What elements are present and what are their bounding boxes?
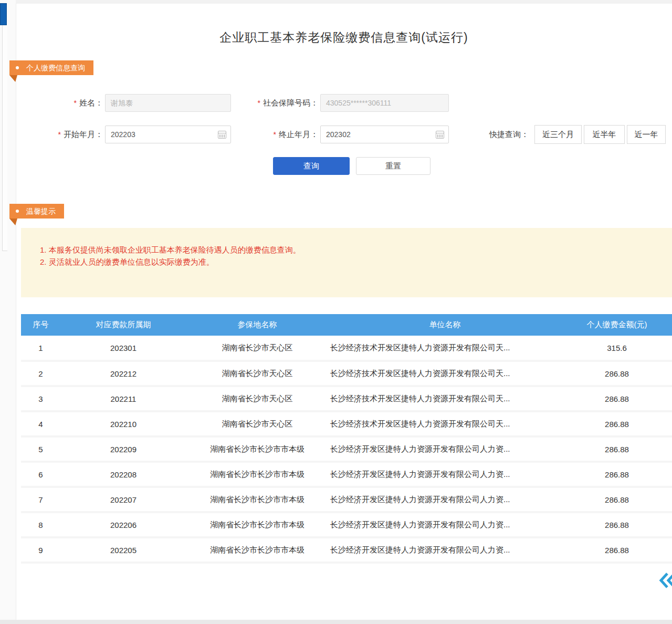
table-cell: 湖南省长沙市长沙市市本级 [186,462,328,487]
table-cell: 8 [21,512,60,537]
end-month-label: *终止年月： [220,126,318,143]
page-title: 企业职工基本养老保险缴费信息查询(试运行) [16,29,672,46]
notice-lines: 1. 本服务仅提供尚未领取企业职工基本养老保险待遇人员的缴费信息查询。 2. 灵… [40,244,301,268]
start-month-label: *开始年月： [32,126,103,143]
table-cell: 湖南省长沙市天心区 [186,386,328,411]
column-header: 单位名称 [328,314,562,336]
quick-query-label: 快捷查询： [489,125,529,144]
quick-btn-last-3-months[interactable]: 近三个月 [534,125,582,144]
table-cell: 长沙经济开发区捷特人力资源开发有限公司人力资... [328,537,562,563]
column-header: 个人缴费金额(元) [562,314,672,336]
table-row: 9202205湖南省长沙市长沙市市本级长沙经济开发区捷特人力资源开发有限公司人力… [21,537,672,563]
table-cell: 长沙经济技术开发区捷特人力资源开发有限公司天... [328,361,562,386]
section-badge-query: 个人缴费信息查询 [9,60,93,75]
table-cell: 湖南省长沙市长沙市市本级 [186,537,328,563]
collapsed-sidebar-outline [2,7,7,251]
section-badge-query-label: 个人缴费信息查询 [26,60,85,75]
required-asterisk: * [74,99,77,107]
sidebar-tab[interactable] [0,3,7,25]
table-cell: 202207 [60,487,186,512]
table-row: 6202208湖南省长沙市长沙市市本级长沙经济开发区捷特人力资源开发有限公司人力… [21,462,672,487]
notice-line: 1. 本服务仅提供尚未领取企业职工基本养老保险待遇人员的缴费信息查询。 [40,244,301,256]
table-cell: 202209 [60,436,186,462]
table-cell: 286.88 [562,537,672,563]
quick-btn-last-half-year[interactable]: 近半年 [584,125,625,144]
table-cell: 202205 [60,537,186,563]
table-cell: 湖南省长沙市长沙市市本级 [186,436,328,462]
table-cell: 286.88 [562,361,672,386]
table-cell: 202211 [60,386,186,411]
table-cell: 1 [21,336,60,361]
table-cell: 长沙经济技术开发区捷特人力资源开发有限公司天... [328,386,562,411]
table-row: 8202206湖南省长沙市长沙市市本级长沙经济开发区捷特人力资源开发有限公司人力… [21,512,672,537]
table-row: 3202211湖南省长沙市天心区长沙经济技术开发区捷特人力资源开发有限公司天..… [21,386,672,411]
start-month-value: 202203 [111,130,135,139]
table-cell: 湖南省长沙市天心区 [186,361,328,386]
table-row: 1202301湖南省长沙市天心区长沙经济技术开发区捷特人力资源开发有限公司天..… [21,336,672,361]
table-cell: 286.88 [562,462,672,487]
table-row: 2202212湖南省长沙市天心区长沙经济技术开发区捷特人力资源开发有限公司天..… [21,361,672,386]
table-header-row: 序号对应费款所属期参保地名称单位名称个人缴费金额(元) [21,314,672,336]
table-cell: 湖南省长沙市长沙市市本级 [186,512,328,537]
table-cell: 286.88 [562,512,672,537]
table-row: 5202209湖南省长沙市长沙市市本级长沙经济开发区捷特人力资源开发有限公司人力… [21,436,672,462]
table-cell: 长沙经济技术开发区捷特人力资源开发有限公司天... [328,411,562,436]
required-asterisk: * [258,99,260,107]
table-row: 4202210湖南省长沙市天心区长沙经济技术开发区捷特人力资源开发有限公司天..… [21,411,672,436]
table-cell: 315.6 [562,336,672,361]
table-cell: 长沙经济开发区捷特人力资源开发有限公司人力资... [328,512,562,537]
table-cell: 202206 [60,512,186,537]
ssn-field[interactable]: 430525******306111 [320,94,449,112]
end-month-field[interactable]: 202302 [320,126,449,143]
table-cell: 7 [21,487,60,512]
column-header: 序号 [21,314,60,336]
notice-box: 1. 本服务仅提供尚未领取企业职工基本养老保险待遇人员的缴费信息查询。 2. 灵… [21,228,672,297]
table-cell: 286.88 [562,386,672,411]
table-cell: 湖南省长沙市天心区 [186,336,328,361]
query-button[interactable]: 查询 [273,157,350,175]
bottom-strip [0,620,672,624]
table-cell: 长沙经济开发区捷特人力资源开发有限公司人力资... [328,436,562,462]
column-header: 对应费款所属期 [60,314,186,336]
name-field-value: 谢旭泰 [111,99,133,107]
start-month-field[interactable]: 202203 [105,126,231,143]
section-badge-tips-label: 温馨提示 [26,204,56,219]
ssn-label: *社会保障号码： [220,94,318,112]
section-badge-tips: 温馨提示 [9,204,64,219]
required-asterisk: * [274,130,276,139]
table-cell: 286.88 [562,436,672,462]
table-cell: 4 [21,411,60,436]
double-left-chevron-icon[interactable] [658,570,672,591]
table-cell: 5 [21,436,60,462]
notice-line: 2. 灵活就业人员的缴费单位信息以实际缴费为准。 [40,256,301,268]
name-label: *姓名： [32,94,103,112]
table-cell: 202208 [60,462,186,487]
badge-dot-icon [16,210,19,213]
table-cell: 湖南省长沙市长沙市市本级 [186,487,328,512]
table-cell: 湖南省长沙市天心区 [186,411,328,436]
table-cell: 长沙经济技术开发区捷特人力资源开发有限公司天... [328,336,562,361]
table-cell: 9 [21,537,60,563]
table-cell: 3 [21,386,60,411]
table-cell: 202301 [60,336,186,361]
quick-btn-last-year[interactable]: 近一年 [627,125,666,144]
table-cell: 202210 [60,411,186,436]
name-field[interactable]: 谢旭泰 [105,94,231,112]
results-table: 序号对应费款所属期参保地名称单位名称个人缴费金额(元) 1202301湖南省长沙… [21,314,672,564]
table-body: 1202301湖南省长沙市天心区长沙经济技术开发区捷特人力资源开发有限公司天..… [21,336,672,563]
table-cell: 286.88 [562,487,672,512]
table-cell: 长沙经济开发区捷特人力资源开发有限公司人力资... [328,487,562,512]
ssn-field-value: 430525******306111 [326,99,391,107]
page: 企业职工基本养老保险缴费信息查询(试运行) 个人缴费信息查询 *姓名： 谢旭泰 … [0,0,672,624]
table-cell: 长沙经济开发区捷特人力资源开发有限公司人力资... [328,462,562,487]
column-header: 参保地名称 [186,314,328,336]
table-row: 7202207湖南省长沙市长沙市市本级长沙经济开发区捷特人力资源开发有限公司人力… [21,487,672,512]
calendar-icon[interactable] [436,131,444,139]
end-month-value: 202302 [326,130,351,139]
table-cell: 6 [21,462,60,487]
table-cell: 202212 [60,361,186,386]
required-asterisk: * [58,130,61,139]
reset-button[interactable]: 重置 [356,157,430,175]
table-cell: 286.88 [562,411,672,436]
badge-dot-icon [16,66,19,69]
